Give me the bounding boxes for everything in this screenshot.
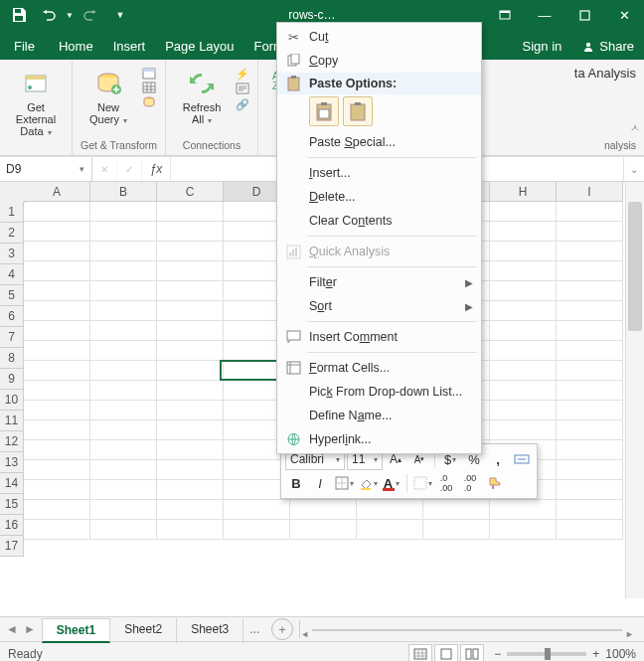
cell[interactable] xyxy=(357,520,423,540)
cell[interactable] xyxy=(557,222,623,242)
tab-page-layout[interactable]: Page Layou xyxy=(155,33,243,60)
row-header[interactable]: 11 xyxy=(0,411,24,431)
cell[interactable] xyxy=(24,381,90,401)
row-header[interactable]: 13 xyxy=(0,452,24,473)
cell[interactable] xyxy=(90,202,157,222)
cell[interactable] xyxy=(90,222,157,242)
cm-cut[interactable]: ✂ Cut xyxy=(277,25,481,49)
cell[interactable] xyxy=(157,520,224,540)
cell[interactable] xyxy=(24,281,90,301)
row-header[interactable]: 1 xyxy=(0,202,24,223)
properties-button[interactable] xyxy=(236,83,249,96)
refresh-all-button[interactable]: Refresh All ▾ xyxy=(174,64,230,127)
minimize-button[interactable]: — xyxy=(525,0,564,30)
format-painter-button[interactable] xyxy=(483,472,505,494)
cell[interactable] xyxy=(157,420,224,440)
undo-button[interactable] xyxy=(36,2,62,28)
cell[interactable] xyxy=(557,480,623,500)
page-break-view-button[interactable] xyxy=(460,644,484,661)
cell[interactable] xyxy=(157,301,224,321)
cell[interactable] xyxy=(90,301,157,321)
maximize-button[interactable] xyxy=(564,0,604,30)
insert-function-button[interactable]: ƒx xyxy=(142,157,171,181)
edit-links-button[interactable]: 🔗 xyxy=(236,98,249,111)
paste-option-default[interactable] xyxy=(309,96,339,126)
cell[interactable] xyxy=(557,321,623,341)
zoom-level[interactable]: 100% xyxy=(605,647,636,661)
file-tab[interactable]: File xyxy=(0,33,49,60)
tab-home[interactable]: Home xyxy=(49,33,103,60)
cm-insert[interactable]: Insert... xyxy=(277,161,481,185)
cell[interactable] xyxy=(157,261,224,281)
sign-in-button[interactable]: Sign in xyxy=(513,33,572,60)
collapse-ribbon-button[interactable]: ㅅ xyxy=(630,121,640,135)
more-sheets-button[interactable]: ... xyxy=(243,622,265,636)
cell[interactable] xyxy=(90,460,157,480)
cell[interactable] xyxy=(157,202,224,222)
cell[interactable] xyxy=(224,500,290,520)
cell[interactable] xyxy=(90,401,157,420)
cell[interactable] xyxy=(490,341,557,361)
italic-button[interactable]: I xyxy=(309,472,331,494)
cell[interactable] xyxy=(423,520,490,540)
cell[interactable] xyxy=(24,341,90,361)
cell[interactable] xyxy=(557,420,623,440)
cell[interactable] xyxy=(557,381,623,401)
cell[interactable] xyxy=(24,401,90,420)
bold-button[interactable]: B xyxy=(285,472,307,494)
cell[interactable] xyxy=(90,261,157,281)
row-header[interactable]: 6 xyxy=(0,306,24,327)
cm-insert-comment[interactable]: Insert Comment xyxy=(277,325,481,349)
row-header[interactable]: 16 xyxy=(0,515,24,536)
cell[interactable] xyxy=(24,242,90,261)
cell[interactable] xyxy=(423,500,490,520)
column-header[interactable]: C xyxy=(157,182,224,202)
new-query-button[interactable]: New Query ▾ xyxy=(80,64,136,127)
row-header[interactable]: 2 xyxy=(0,223,24,244)
redo-button[interactable] xyxy=(78,2,103,28)
page-layout-view-button[interactable] xyxy=(434,644,458,661)
cell[interactable] xyxy=(290,500,357,520)
cell[interactable] xyxy=(157,321,224,341)
cell[interactable] xyxy=(157,361,224,381)
cell[interactable] xyxy=(557,261,623,281)
cm-format-cells[interactable]: Format Cells... xyxy=(277,356,481,380)
tab-insert[interactable]: Insert xyxy=(103,33,156,60)
cm-copy[interactable]: Copy xyxy=(277,49,481,73)
cell[interactable] xyxy=(24,420,90,440)
column-header[interactable]: B xyxy=(90,182,157,202)
sheet-tab[interactable]: Sheet1 xyxy=(42,618,110,643)
cell[interactable] xyxy=(90,420,157,440)
cell[interactable] xyxy=(557,401,623,420)
cm-filter[interactable]: Filter ▶ xyxy=(277,270,481,294)
row-header[interactable]: 4 xyxy=(0,264,24,285)
cell[interactable] xyxy=(157,500,224,520)
row-header[interactable]: 14 xyxy=(0,473,24,494)
row-header[interactable]: 15 xyxy=(0,494,24,515)
increase-decimal-button[interactable]: .0.00 xyxy=(435,472,457,494)
cell[interactable] xyxy=(157,222,224,242)
row-header[interactable]: 12 xyxy=(0,431,24,452)
column-header[interactable]: I xyxy=(557,182,623,202)
cell[interactable] xyxy=(557,242,623,261)
cm-hyperlink[interactable]: Hyperlink... xyxy=(277,427,481,451)
cell[interactable] xyxy=(24,261,90,281)
paste-option-values[interactable] xyxy=(343,96,373,126)
from-table-button[interactable] xyxy=(142,82,156,93)
cell[interactable] xyxy=(90,242,157,261)
cell[interactable] xyxy=(490,420,557,440)
cell[interactable] xyxy=(24,460,90,480)
cell[interactable] xyxy=(24,202,90,222)
cell[interactable] xyxy=(490,321,557,341)
add-sheet-button[interactable]: ＋ xyxy=(271,618,293,640)
connections-button[interactable]: ⚡ xyxy=(236,68,249,81)
cm-sort[interactable]: Sort ▶ xyxy=(277,294,481,318)
undo-more-icon[interactable]: ▼ xyxy=(66,11,74,20)
cell[interactable] xyxy=(557,202,623,222)
row-header[interactable]: 17 xyxy=(0,536,24,557)
cell[interactable] xyxy=(557,341,623,361)
cell[interactable] xyxy=(557,460,623,480)
comma-button[interactable]: , xyxy=(487,448,509,470)
cell[interactable] xyxy=(24,500,90,520)
cell[interactable] xyxy=(157,281,224,301)
